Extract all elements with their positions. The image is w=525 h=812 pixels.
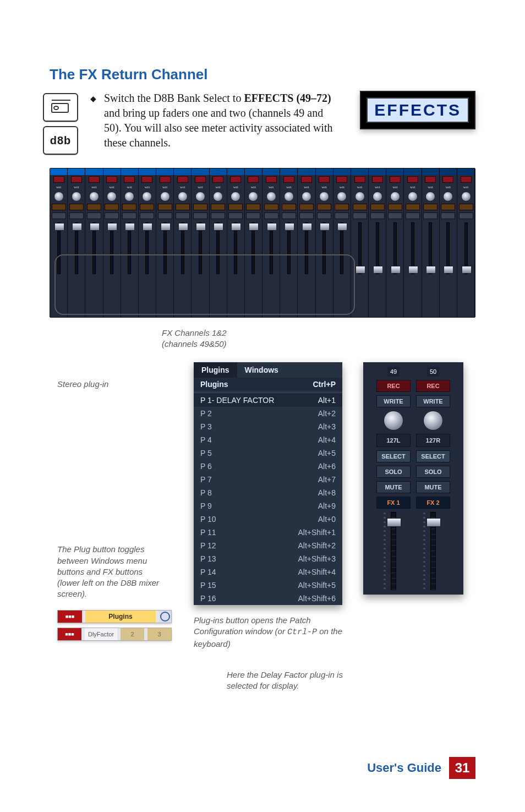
- mixer-select[interactable]: [282, 204, 296, 210]
- mixer-select[interactable]: [370, 204, 385, 210]
- mixer-select[interactable]: [441, 204, 455, 210]
- mixer-pan-knob[interactable]: [107, 192, 117, 201]
- mixer-mute[interactable]: [299, 212, 314, 219]
- mixer-pan-knob[interactable]: [124, 192, 134, 201]
- mixer-fader[interactable]: [156, 220, 174, 317]
- menu-item[interactable]: P 6Alt+6: [194, 460, 342, 473]
- mixer-rec-led[interactable]: [177, 176, 188, 183]
- mixer-rec-led[interactable]: [461, 176, 472, 183]
- mixer-select[interactable]: [52, 204, 66, 210]
- strip-49-select[interactable]: SELECT: [376, 450, 411, 462]
- mixer-rec-led[interactable]: [141, 176, 152, 183]
- menu-item[interactable]: P 16Alt+Shift+6: [194, 592, 342, 605]
- mixer-mute[interactable]: [388, 212, 402, 219]
- menu-item[interactable]: P 7Alt+7: [194, 473, 342, 486]
- mixer-rec-led[interactable]: [336, 176, 347, 183]
- mixer-rec-led[interactable]: [53, 176, 64, 183]
- mixer-rec-led[interactable]: [425, 176, 436, 183]
- mixer-fader[interactable]: [404, 220, 422, 317]
- mixer-select[interactable]: [176, 204, 190, 210]
- menu-item[interactable]: P 14Alt+Shift+4: [194, 565, 342, 579]
- menu-plugins-command[interactable]: Plugins Ctrl+P: [194, 378, 342, 391]
- mixer-pan-knob[interactable]: [89, 192, 99, 201]
- strip-49-mute[interactable]: MUTE: [376, 481, 411, 493]
- mixer-select[interactable]: [459, 204, 473, 210]
- mixer-pan-knob[interactable]: [443, 192, 453, 201]
- mixer-rec-led[interactable]: [301, 176, 312, 183]
- menu-item[interactable]: P 10Alt+0: [194, 513, 342, 526]
- mixer-fader[interactable]: [298, 220, 315, 317]
- mixer-mute[interactable]: [406, 212, 420, 219]
- strip-49-fader[interactable]: [391, 512, 396, 590]
- mixer-mute[interactable]: [282, 212, 296, 219]
- mixer-fader[interactable]: [227, 220, 245, 317]
- mixer-pan-knob[interactable]: [160, 192, 170, 201]
- mixer-pan-knob[interactable]: [195, 192, 205, 201]
- mixer-rec-led[interactable]: [124, 176, 135, 183]
- mixer-pan-knob[interactable]: [72, 192, 81, 201]
- mixer-pan-knob[interactable]: [408, 192, 418, 201]
- menu-item[interactable]: P 11Alt+Shift+1: [194, 526, 342, 539]
- mixer-fader[interactable]: [210, 220, 227, 317]
- mixer-fader[interactable]: [121, 220, 139, 317]
- mixer-fader[interactable]: [85, 220, 103, 317]
- mixer-mute[interactable]: [52, 212, 66, 219]
- menu-item[interactable]: P 9Alt+9: [194, 499, 342, 513]
- mixer-rec-led[interactable]: [354, 176, 365, 183]
- mixer-rec-led[interactable]: [266, 176, 277, 183]
- mixer-fader[interactable]: [139, 220, 156, 317]
- strip-50-mute[interactable]: MUTE: [416, 481, 450, 493]
- mixer-pan-knob[interactable]: [373, 192, 382, 201]
- menu-item[interactable]: P 3Alt+3: [194, 420, 342, 433]
- mixer-mute[interactable]: [317, 212, 331, 219]
- strip-50-solo[interactable]: SOLO: [416, 466, 450, 478]
- mixer-select[interactable]: [335, 204, 349, 210]
- mixer-rec-led[interactable]: [248, 176, 259, 183]
- menu-item[interactable]: P 1- DELAY FACTORAlt+1: [194, 394, 342, 407]
- dlyfactor-button-strip[interactable]: ■■■ DlyFactor 2 3: [57, 628, 172, 641]
- mixer-rec-led[interactable]: [442, 176, 453, 183]
- mixer-mute[interactable]: [87, 212, 101, 219]
- mixer-mute[interactable]: [105, 212, 119, 219]
- mixer-fader[interactable]: [333, 220, 351, 317]
- mixer-select[interactable]: [211, 204, 225, 210]
- mixer-select[interactable]: [388, 204, 402, 210]
- mixer-mute[interactable]: [441, 212, 455, 219]
- dlyfactor-slot-2[interactable]: 2: [121, 628, 144, 640]
- menu-item[interactable]: P 13Alt+Shift+3: [194, 552, 342, 565]
- mixer-pan-knob[interactable]: [178, 192, 188, 201]
- menu-item[interactable]: P 2Alt+2: [194, 407, 342, 420]
- mixer-fader[interactable]: [422, 220, 440, 317]
- mixer-fader[interactable]: [316, 220, 333, 317]
- dlyfactor-slot-3[interactable]: 3: [147, 628, 171, 640]
- mixer-rec-led[interactable]: [319, 176, 330, 183]
- mixer-pan-knob[interactable]: [302, 192, 311, 201]
- mixer-mute[interactable]: [193, 212, 207, 219]
- mixer-pan-knob[interactable]: [231, 192, 240, 201]
- mixer-select[interactable]: [246, 204, 260, 210]
- menu-tab-windows[interactable]: Windows: [237, 362, 286, 378]
- mixer-pan-knob[interactable]: [54, 192, 64, 201]
- mixer-mute[interactable]: [423, 212, 438, 219]
- mixer-mute[interactable]: [158, 212, 172, 219]
- mixer-mute[interactable]: [246, 212, 260, 219]
- strip-50-select[interactable]: SELECT: [416, 450, 450, 462]
- mixer-select[interactable]: [193, 204, 207, 210]
- mixer-rec-led[interactable]: [390, 176, 401, 183]
- strip-49-rec[interactable]: REC: [376, 380, 411, 392]
- mixer-rec-led[interactable]: [283, 176, 294, 183]
- menu-item[interactable]: P 4Alt+4: [194, 433, 342, 446]
- mixer-select[interactable]: [317, 204, 331, 210]
- mixer-pan-knob[interactable]: [390, 192, 400, 201]
- mixer-rec-led[interactable]: [407, 176, 418, 183]
- mixer-fader[interactable]: [245, 220, 262, 317]
- mixer-select[interactable]: [264, 204, 278, 210]
- mixer-select[interactable]: [87, 204, 101, 210]
- mixer-mute[interactable]: [69, 212, 84, 219]
- mixer-fader[interactable]: [192, 220, 209, 317]
- mixer-select[interactable]: [299, 204, 314, 210]
- mixer-pan-knob[interactable]: [248, 192, 258, 201]
- mixer-pan-knob[interactable]: [142, 192, 152, 201]
- mixer-rec-led[interactable]: [89, 176, 100, 183]
- mixer-fader[interactable]: [262, 220, 280, 317]
